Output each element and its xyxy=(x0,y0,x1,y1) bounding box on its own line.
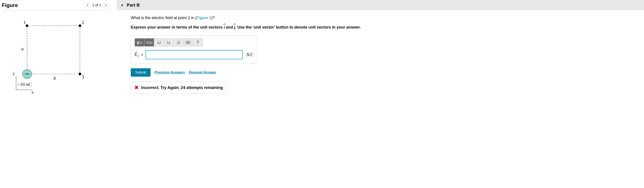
label-b: b xyxy=(54,75,56,81)
part-title: Part B xyxy=(127,3,140,8)
point-1-label: 1 xyxy=(23,19,26,25)
svg-rect-25 xyxy=(187,43,189,43)
unit-vector-j: j xyxy=(234,25,235,30)
axis-y-label: y xyxy=(13,71,15,76)
template-icon: √ xyxy=(137,40,142,45)
svg-point-6 xyxy=(26,24,28,27)
figure-page-indicator: 1 of 1 xyxy=(92,3,101,7)
question-prompt: What is the electric field at point 2 in… xyxy=(131,16,644,20)
redo-icon xyxy=(167,40,171,44)
collapse-icon: ▼ xyxy=(121,3,124,7)
figure-panel: Figure 1 of 1 y x 1 2 3 a xyxy=(0,0,112,188)
svg-rect-17 xyxy=(188,41,188,42)
svg-rect-13 xyxy=(140,42,142,44)
variable-label: E2 xyxy=(134,52,139,58)
svg-rect-19 xyxy=(189,41,189,42)
prompt-text-post: )? xyxy=(211,16,215,20)
keyboard-icon xyxy=(186,41,190,44)
equals-sign: = xyxy=(141,53,143,57)
request-answer-link[interactable]: Request Answer xyxy=(189,71,216,75)
input-row: E2 = N/C xyxy=(134,50,254,59)
part-header[interactable]: ▼ Part B xyxy=(117,0,644,10)
variable-subscript: 2 xyxy=(137,54,139,58)
svg-rect-15 xyxy=(186,41,187,42)
greek-button[interactable]: ΑΣφ xyxy=(144,38,154,46)
chevron-left-icon xyxy=(86,4,89,6)
svg-rect-18 xyxy=(188,41,189,42)
submit-button[interactable]: Submit xyxy=(131,68,150,77)
figure-next-button[interactable] xyxy=(103,2,109,8)
svg-rect-22 xyxy=(188,42,188,43)
variable-symbol: E xyxy=(134,52,137,57)
svg-rect-21 xyxy=(187,42,187,43)
figure-prev-button[interactable] xyxy=(84,2,90,8)
svg-point-7 xyxy=(78,24,81,27)
undo-icon xyxy=(157,40,161,44)
reset-icon xyxy=(176,40,180,44)
instruction-text: Express your answer in terms of the unit… xyxy=(131,25,384,30)
figure-title: Figure xyxy=(2,2,18,8)
instr-mid: and xyxy=(225,25,234,29)
axis-x-label: x xyxy=(31,90,34,95)
templates-button[interactable]: √ xyxy=(135,38,144,46)
svg-rect-23 xyxy=(188,42,189,43)
answer-box: √ ΑΣφ xyxy=(131,35,257,64)
instr-post: . Use the 'unit vector' button to denote… xyxy=(235,25,361,29)
figure-link[interactable]: Figure 1 xyxy=(196,16,211,20)
figure-diagram: y x 1 2 3 a b −10 nC xyxy=(2,15,109,99)
incorrect-icon: ✖ xyxy=(134,85,138,91)
instr-pre: Express your answer in terms of the unit… xyxy=(131,25,224,29)
feedback-text: Incorrect; Try Again; 24 attempts remain… xyxy=(141,86,223,90)
svg-point-8 xyxy=(78,73,81,75)
charge-label: −10 nC xyxy=(17,82,32,87)
keyboard-button[interactable] xyxy=(183,38,193,46)
redo-button[interactable] xyxy=(164,38,174,46)
unit-label: N/C xyxy=(246,52,254,57)
svg-rect-16 xyxy=(187,41,187,42)
help-button[interactable]: ? xyxy=(193,38,202,46)
reset-button[interactable] xyxy=(174,38,183,46)
unit-vector-i: i xyxy=(224,25,225,30)
svg-rect-11 xyxy=(137,42,139,44)
svg-text:√: √ xyxy=(139,42,140,44)
question-panel: ▼ Part B What is the electric field at p… xyxy=(112,0,644,188)
equation-toolbar: √ ΑΣφ xyxy=(134,38,203,47)
svg-rect-20 xyxy=(186,42,187,43)
figure-nav: 1 of 1 xyxy=(84,2,109,8)
figure-header: Figure 1 of 1 xyxy=(2,2,109,11)
label-a: a xyxy=(21,46,24,51)
chevron-right-icon xyxy=(104,4,107,6)
question-body: What is the electric field at point 2 in… xyxy=(117,16,644,94)
undo-button[interactable] xyxy=(154,38,164,46)
previous-answers-link[interactable]: Previous Answers xyxy=(154,71,185,75)
point-3-label: 3 xyxy=(82,74,84,80)
svg-rect-24 xyxy=(189,42,189,43)
feedback-box: ✖ Incorrect; Try Again; 24 attempts rema… xyxy=(131,82,226,94)
answer-input[interactable] xyxy=(146,50,243,59)
action-row: Submit Previous Answers Request Answer xyxy=(131,68,644,77)
prompt-text-pre: What is the electric field at point 2 in… xyxy=(131,16,196,20)
point-2-label: 2 xyxy=(82,19,84,25)
